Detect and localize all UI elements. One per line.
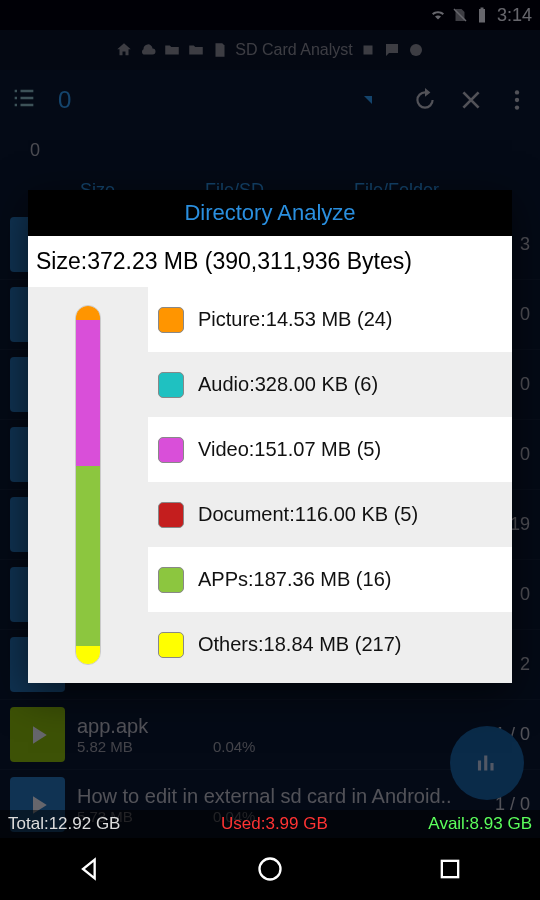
category-label: Video:151.07 MB (5) (198, 438, 381, 461)
wifi-icon (429, 6, 447, 24)
category-label: Audio:328.00 KB (6) (198, 373, 378, 396)
category-row[interactable]: Audio:328.00 KB (6) (148, 352, 512, 417)
refresh-icon[interactable] (412, 87, 438, 113)
storage-avail: Avail:8.93 GB (428, 814, 532, 834)
file-name: app.apk (77, 715, 478, 738)
folder2-icon (187, 41, 205, 59)
nav-recent-icon[interactable] (436, 855, 464, 883)
category-label: Others:18.84 MB (217) (198, 633, 401, 656)
clock: 3:14 (497, 5, 532, 26)
svg-point-2 (410, 44, 422, 56)
toolbar: 0 (0, 70, 540, 130)
breadcrumb: 0 (0, 130, 540, 170)
svg-point-4 (515, 98, 519, 102)
category-row[interactable]: Picture:14.53 MB (24) (148, 287, 512, 352)
dialog-title: Directory Analyze (28, 190, 512, 236)
category-swatch (158, 437, 184, 463)
svg-rect-1 (363, 46, 372, 55)
overflow-icon[interactable] (504, 87, 530, 113)
nav-back-icon[interactable] (76, 855, 104, 883)
category-swatch (158, 502, 184, 528)
close-icon[interactable] (458, 87, 484, 113)
category-row[interactable]: Others:18.84 MB (217) (148, 612, 512, 677)
file-info: app.apk5.82 MB0.04% (77, 715, 478, 755)
folder-icon (163, 41, 181, 59)
svg-point-5 (515, 105, 519, 109)
storage-bar: Total:12.92 GB Used:3.99 GB Avail:8.93 G… (0, 810, 540, 838)
category-swatch (158, 567, 184, 593)
dialog-size-line: Size:372.23 MB (390,311,936 Bytes) (28, 236, 512, 287)
bar-segment (76, 646, 100, 664)
chip-icon (359, 41, 377, 59)
file-thumb (10, 707, 65, 762)
bar-segment (76, 306, 100, 320)
category-swatch (158, 372, 184, 398)
file-meta: 5.82 MB0.04% (77, 738, 478, 755)
category-row[interactable]: Document:116.00 KB (5) (148, 482, 512, 547)
list-icon[interactable] (10, 84, 38, 116)
home-icon (115, 41, 133, 59)
storage-total: Total:12.92 GB (8, 814, 120, 834)
svg-rect-7 (442, 861, 458, 877)
category-swatch (158, 632, 184, 658)
status-icons (429, 6, 491, 24)
nav-bar (0, 838, 540, 900)
storage-used: Used:3.99 GB (221, 814, 328, 834)
category-row[interactable]: APPs:187.36 MB (16) (148, 547, 512, 612)
bar-segment (76, 466, 100, 646)
app-top-bar: SD Card Analyst (0, 30, 540, 70)
dropdown-icon[interactable] (364, 96, 372, 104)
nav-home-icon[interactable] (256, 855, 284, 883)
category-list: Picture:14.53 MB (24)Audio:328.00 KB (6)… (148, 287, 512, 683)
directory-analyze-dialog: Directory Analyze Size:372.23 MB (390,31… (28, 190, 512, 683)
file-name: How to edit in external sd card in Andro… (77, 785, 478, 808)
apk-icon (407, 41, 425, 59)
usage-bar (75, 305, 101, 665)
category-swatch (158, 307, 184, 333)
category-label: APPs:187.36 MB (16) (198, 568, 391, 591)
fab-analyze[interactable] (450, 726, 524, 800)
svg-point-3 (515, 90, 519, 94)
cloud-icon (139, 41, 157, 59)
breadcrumb-root[interactable]: 0 (0, 140, 70, 161)
status-bar: 3:14 (0, 0, 540, 30)
svg-point-6 (260, 859, 281, 880)
category-label: Picture:14.53 MB (24) (198, 308, 393, 331)
dialog-bar-column (28, 287, 148, 683)
no-sim-icon (451, 6, 469, 24)
card-icon (211, 41, 229, 59)
category-label: Document:116.00 KB (5) (198, 503, 418, 526)
app-title: SD Card Analyst (235, 41, 352, 59)
category-row[interactable]: Video:151.07 MB (5) (148, 417, 512, 482)
chat-icon (383, 41, 401, 59)
toolbar-count[interactable]: 0 (58, 86, 364, 114)
battery-icon (473, 6, 491, 24)
bar-segment (76, 320, 100, 465)
